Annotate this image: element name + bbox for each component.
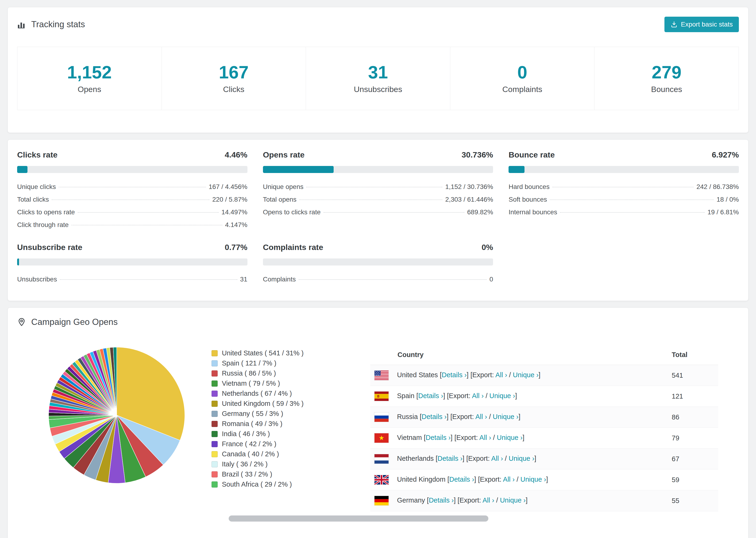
flag-icon-us xyxy=(374,370,389,380)
rate-block-bounce-rate: Bounce rate6.927%Hard bounces242 / 86.73… xyxy=(509,149,739,231)
legend-item-netherlands[interactable]: Netherlands ( 67 / 4% ) xyxy=(212,389,363,399)
export-all-link-united-kingdom[interactable]: All › xyxy=(503,476,514,483)
legend-item-south-africa[interactable]: South Africa ( 29 / 2% ) xyxy=(212,479,363,489)
horizontal-scrollbar-thumb[interactable] xyxy=(229,515,488,521)
export-all-link-netherlands[interactable]: All › xyxy=(491,455,503,462)
export-all-link-united-states[interactable]: All › xyxy=(495,371,507,379)
legend-item-spain[interactable]: Spain ( 121 / 7% ) xyxy=(212,358,363,368)
flag-icon-es xyxy=(374,391,389,401)
legend-swatch xyxy=(212,360,218,366)
progress-track xyxy=(263,258,493,265)
geo-table-row-vietnam: Vietnam [Details ›] [Export: All › / Uni… xyxy=(370,428,718,449)
geo-country-cell: Spain [Details ›] [Export: All › / Uniqu… xyxy=(370,386,668,407)
legend-swatch xyxy=(212,451,218,457)
legend-item-italy[interactable]: Italy ( 36 / 2% ) xyxy=(212,459,363,469)
export-unique-link-netherlands[interactable]: Unique › xyxy=(509,455,534,462)
export-unique-link-united-states[interactable]: Unique › xyxy=(513,371,539,379)
export-all-link-germany[interactable]: All › xyxy=(482,497,494,504)
rate-stat-row: Click through rate4.147% xyxy=(17,219,247,231)
export-unique-link-vietnam[interactable]: Unique › xyxy=(497,434,523,441)
details-link-united-states[interactable]: Details › xyxy=(442,371,466,379)
rate-stat-value: 1,152 / 30.736% xyxy=(445,183,493,190)
rate-stat-row: Hard bounces242 / 86.738% xyxy=(509,181,739,193)
details-link-germany[interactable]: Details › xyxy=(429,497,454,504)
rate-stat-value: 220 / 5.87% xyxy=(212,196,247,203)
export-all-link-vietnam[interactable]: All › xyxy=(479,434,491,441)
tracking-stats-title: Tracking stats xyxy=(31,20,85,29)
legend-item-russia[interactable]: Russia ( 86 / 5% ) xyxy=(212,368,363,378)
campaign-geo-opens-card: Campaign Geo Opens United States ( 541 /… xyxy=(8,307,748,538)
rate-block-clicks-rate: Clicks rate4.46%Unique clicks167 / 4.456… xyxy=(17,149,247,231)
export-basic-stats-button[interactable]: Export basic stats xyxy=(665,17,739,32)
legend-label: France ( 42 / 2% ) xyxy=(222,440,276,448)
legend-item-vietnam[interactable]: Vietnam ( 79 / 5% ) xyxy=(212,378,363,389)
legend-item-brazil[interactable]: Brazil ( 33 / 2% ) xyxy=(212,469,363,479)
details-link-spain[interactable]: Details › xyxy=(418,392,443,400)
geo-table-row-germany: Germany [Details ›] [Export: All › / Uni… xyxy=(370,490,718,511)
rate-stat-value: 31 xyxy=(240,276,247,283)
legend-swatch xyxy=(212,391,218,397)
geo-total-cell: 79 xyxy=(668,428,718,449)
geo-total-cell: 67 xyxy=(668,449,718,469)
rate-stat-value: 18 / 0% xyxy=(717,196,739,203)
rate-stat-row: Total opens2,303 / 61.446% xyxy=(263,193,493,206)
geo-table-header-row: Country Total xyxy=(370,345,718,365)
progress-track xyxy=(17,258,247,265)
dotted-leader xyxy=(299,199,443,200)
legend-item-united-kingdom[interactable]: United Kingdom ( 59 / 3% ) xyxy=(212,399,363,409)
rate-stat-value: 0 xyxy=(490,276,493,283)
export-all-link-russia[interactable]: All › xyxy=(475,413,487,420)
flag-icon-vn xyxy=(374,433,389,443)
rate-value: 30.736% xyxy=(461,149,493,160)
legend-swatch xyxy=(212,350,218,356)
stat-value: 1,152 xyxy=(17,63,162,82)
rate-stat-value: 19 / 6.81% xyxy=(707,208,739,216)
stat-box-unsubscribes: 31Unsubscribes xyxy=(306,47,450,110)
geo-country-cell: United Kingdom [Details ›] [Export: All … xyxy=(370,469,668,490)
map-pin-icon xyxy=(17,318,26,327)
bar-chart-icon xyxy=(17,20,26,29)
stat-value: 31 xyxy=(306,63,450,82)
geo-pie-wrap xyxy=(46,345,187,486)
rates-grid: Clicks rate4.46%Unique clicks167 / 4.456… xyxy=(17,149,739,286)
legend-swatch xyxy=(212,471,218,477)
export-button-label: Export basic stats xyxy=(681,21,733,28)
legend-swatch xyxy=(212,461,218,467)
progress-fill xyxy=(17,258,19,265)
progress-track xyxy=(17,166,247,173)
export-unique-link-germany[interactable]: Unique › xyxy=(500,497,526,504)
rate-stat-value: 167 / 4.456% xyxy=(209,183,247,190)
details-link-vietnam[interactable]: Details › xyxy=(426,434,451,441)
rate-value: 0% xyxy=(482,242,493,253)
rate-stat-value: 242 / 86.738% xyxy=(696,183,739,190)
legend-item-united-states[interactable]: United States ( 541 / 31% ) xyxy=(212,348,363,358)
rate-stat-label: Total clicks xyxy=(17,196,49,203)
details-link-united-kingdom[interactable]: Details › xyxy=(449,476,474,483)
rate-stat-label: Unique clicks xyxy=(17,183,56,190)
export-all-link-spain[interactable]: All › xyxy=(472,392,484,400)
rate-stat-row: Unsubscribes31 xyxy=(17,273,247,286)
export-unique-link-united-kingdom[interactable]: Unique › xyxy=(520,476,546,483)
legend-label: India ( 46 / 3% ) xyxy=(222,430,270,438)
legend-item-germany[interactable]: Germany ( 55 / 3% ) xyxy=(212,409,363,419)
details-link-netherlands[interactable]: Details › xyxy=(438,455,462,462)
export-unique-link-russia[interactable]: Unique › xyxy=(493,413,519,420)
legend-item-france[interactable]: France ( 42 / 2% ) xyxy=(212,439,363,449)
rate-block-complaints-rate: Complaints rate0%Complaints0 xyxy=(263,242,493,286)
dotted-leader xyxy=(560,212,705,213)
tracking-stats-card: Tracking stats Export basic stats 1,152O… xyxy=(8,7,748,133)
stat-label: Opens xyxy=(17,84,162,94)
details-link-russia[interactable]: Details › xyxy=(422,413,447,420)
legend-item-romania[interactable]: Romania ( 49 / 3% ) xyxy=(212,419,363,429)
stat-box-opens: 1,152Opens xyxy=(17,47,162,110)
country-name: Vietnam xyxy=(397,434,422,441)
export-icon xyxy=(671,21,677,28)
geo-total-cell: 55 xyxy=(668,490,718,511)
legend-item-india[interactable]: India ( 46 / 3% ) xyxy=(212,429,363,439)
country-name: Spain xyxy=(397,392,414,400)
geo-total-cell: 59 xyxy=(668,469,718,490)
export-unique-link-spain[interactable]: Unique › xyxy=(489,392,515,400)
rate-stat-row: Unique opens1,152 / 30.736% xyxy=(263,181,493,193)
rate-stat-value: 2,303 / 61.446% xyxy=(445,196,493,203)
legend-item-canada[interactable]: Canada ( 40 / 2% ) xyxy=(212,449,363,459)
